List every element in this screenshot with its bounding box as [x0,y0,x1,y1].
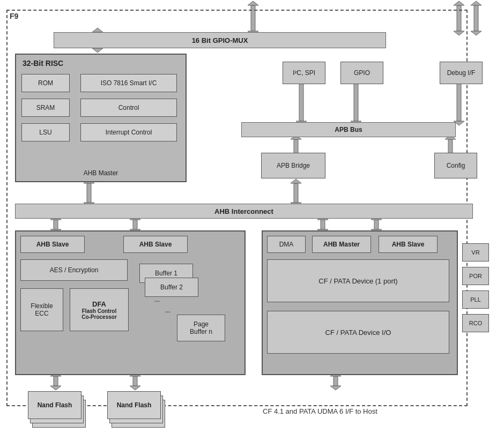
apb-bus-bar: APB Bus [241,122,456,137]
cf-pata-1port-box: CF / PATA Device (1 port) [267,259,449,302]
nand1-front: Nand Flash [28,391,81,419]
right-ahb-master-box: AHB Master [312,236,371,253]
iso-box: ISO 7816 Smart I/C [80,74,177,92]
pll-box: PLL [462,290,489,309]
svg-marker-53 [474,5,478,31]
ahb-slave1-label: AHB Slave [20,236,85,253]
svg-marker-6 [454,1,464,5]
debug-box: Debug I/F [440,62,483,84]
diagram-container: F9 16 Bit GPIO-MUX 32-Bit RISC ROM ISO 7… [0,0,504,433]
aes-box: AES / Encryption [20,259,128,281]
buffer2-box: Buffer 2 [145,278,198,297]
dots1: ... [154,296,160,303]
i2c-spi-box: I²C, SPI [283,62,325,84]
lsu-box: LSU [21,123,70,141]
flexible-ecc-box: Flexible ECC [20,288,63,331]
config-box: Config [434,153,477,178]
cf-footer-label: CF 4.1 and PATA UDMA 6 I/F to Host [263,407,377,415]
right-ahb-slave-box: AHB Slave [379,236,438,253]
left-bottom-block: AHB Slave AHB Slave AES / Encryption Fle… [15,230,246,375]
f9-label: F9 [10,12,18,20]
control-box: Control [80,99,177,117]
cf-pata-io-box: CF / PATA Device I/O [267,311,449,354]
dfa-flash-box: DFA Flash Control Co-Processor [70,288,129,331]
svg-marker-55 [471,31,481,35]
svg-marker-54 [471,1,481,5]
nand2-front: Nand Flash [107,391,161,419]
rom-box: ROM [21,74,70,92]
por-box: POR [462,267,489,285]
gpio-mux-bar: 16 Bit GPIO-MUX [54,32,386,48]
ahb-interconnect-bar: AHB Interconnect [15,204,473,219]
interrupt-box: Interrupt Control [80,123,177,141]
page-buffer-box: Page Buffer n [177,315,225,341]
gpio-box: GPIO [340,62,383,84]
svg-marker-3 [248,1,258,5]
rco-box: RCO [462,314,489,332]
right-bottom-block: DMA AHB Master AHB Slave CF / PATA Devic… [262,230,458,375]
risc-block: 32-Bit RISC ROM ISO 7816 Smart I/C SRAM … [15,54,187,182]
dots2: ... [165,307,171,314]
dma-box: DMA [267,236,306,253]
ahb-slave2-label: AHB Slave [123,236,188,253]
ahb-master-label: AHB Master [16,169,186,177]
sram-box: SRAM [21,99,70,117]
vr-box: VR [462,243,489,262]
risc-title: 32-Bit RISC [23,59,63,68]
apb-bridge-box: APB Bridge [261,153,325,178]
